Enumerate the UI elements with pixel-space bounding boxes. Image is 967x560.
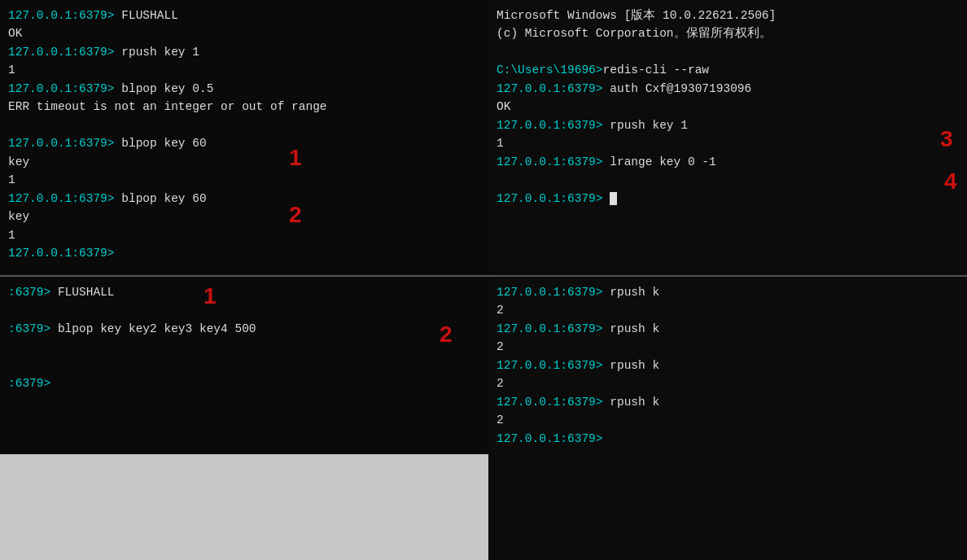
terminal-line: 127.0.0.1:6379> rpush k xyxy=(497,357,959,374)
terminal-line: 2 xyxy=(497,374,959,392)
prompt-text: 127.0.0.1:6379> xyxy=(497,192,610,205)
output-text: key xyxy=(8,155,29,168)
prompt-text: 127.0.0.1:6379> xyxy=(8,192,121,205)
prompt-text: 127.0.0.1:6379> xyxy=(497,119,610,132)
terminal-line: 127.0.0.1:6379> xyxy=(8,244,480,262)
terminal-line: key xyxy=(8,208,480,225)
prompt-text: :6379> xyxy=(8,322,58,335)
prompt-text: 127.0.0.1:6379> xyxy=(8,137,121,150)
terminal-line xyxy=(8,357,480,374)
terminal-line: 127.0.0.1:6379> rpush k xyxy=(497,283,959,301)
output-text: OK xyxy=(8,27,22,40)
terminal-line: 127.0.0.1:6379> lrange key 0 -1 xyxy=(497,153,959,171)
terminal-line: 127.0.0.1:6379> rpush key 1 xyxy=(497,116,959,134)
command-text: rpush k xyxy=(610,286,659,299)
terminal-line: key xyxy=(8,153,480,171)
left-side: 127.0.0.1:6379> FLUSHALLOK127.0.0.1:6379… xyxy=(0,0,488,560)
output-text: 2 xyxy=(497,304,504,317)
prompt-text: C:\Users\19696> xyxy=(497,63,603,77)
windows-title-line1: Microsoft Windows [版本 10.0.22621.2506] xyxy=(497,7,959,24)
terminal-line xyxy=(497,171,959,189)
prompt-text: 127.0.0.1:6379> xyxy=(497,396,610,409)
prompt-text: :6379> xyxy=(8,377,58,390)
cursor xyxy=(610,192,617,205)
terminal-line: 127.0.0.1:6379> auth Cxf@19307193096 xyxy=(497,80,959,98)
prompt-text: 127.0.0.1:6379> xyxy=(497,82,610,95)
prompt-text: :6379> xyxy=(8,286,58,299)
terminal-line: 127.0.0.1:6379> rpush k xyxy=(497,320,959,338)
output-text: key xyxy=(8,210,29,223)
terminal-bottom-left: :6379> FLUSHALL :6379> blpop key key2 ke… xyxy=(0,277,488,560)
prompt-text: 127.0.0.1:6379> xyxy=(497,359,610,372)
prompt-text: 127.0.0.1:6379> xyxy=(8,82,121,95)
scrollbar-track[interactable] xyxy=(0,454,488,560)
terminal-line: ERR timeout is not an integer or out of … xyxy=(8,98,480,116)
prompt-text: 127.0.0.1:6379> xyxy=(497,432,610,445)
terminal-line: C:\Users\19696>redis-cli --raw xyxy=(497,61,959,79)
right-side: Microsoft Windows [版本 10.0.22621.2506](c… xyxy=(488,0,967,560)
terminal-line: 2 xyxy=(497,338,959,356)
output-text: 2 xyxy=(497,377,504,390)
command-text: rpush key 1 xyxy=(610,119,688,132)
terminal-top-right[interactable]: Microsoft Windows [版本 10.0.22621.2506](c… xyxy=(488,0,967,277)
prompt-text: 127.0.0.1:6379> xyxy=(8,46,121,59)
output-text: 1 xyxy=(8,173,15,186)
terminal-line xyxy=(8,116,480,134)
terminal-line: 127.0.0.1:6379> blpop key 60 xyxy=(8,190,480,208)
prompt-text: 127.0.0.1:6379> xyxy=(497,155,610,168)
terminal-bottom-right[interactable]: 127.0.0.1:6379> rpush k2127.0.0.1:6379> … xyxy=(488,277,967,560)
terminal-line: 127.0.0.1:6379> xyxy=(497,430,959,448)
terminal-line: 127.0.0.1:6379> rpush k xyxy=(497,393,959,411)
command-text: lrange key 0 -1 xyxy=(610,155,716,168)
terminal-line: 127.0.0.1:6379> rpush key 1 xyxy=(8,43,480,61)
prompt-text: 127.0.0.1:6379> xyxy=(8,9,121,22)
terminal-line: :6379> blpop key key2 key3 key4 500 xyxy=(8,320,480,338)
terminal-line xyxy=(8,338,480,356)
terminal-line: 127.0.0.1:6379> blpop key 0.5 xyxy=(8,80,480,98)
command-text: rpush k xyxy=(610,396,659,409)
command-text: rpush k xyxy=(610,322,659,335)
command-text: auth Cxf@19307193096 xyxy=(610,82,751,95)
terminal-line: 127.0.0.1:6379> xyxy=(497,190,959,208)
terminal-line: 1 xyxy=(8,171,480,189)
scrollbar-area xyxy=(0,454,488,560)
output-text: ERR timeout is not an integer or out of … xyxy=(8,100,327,113)
prompt-text: 127.0.0.1:6379> xyxy=(8,247,121,260)
command-text: rpush key 1 xyxy=(121,46,199,59)
terminal-line: 1 xyxy=(8,226,480,244)
output-text: 2 xyxy=(497,413,504,427)
terminal-line: 1 xyxy=(497,134,959,152)
terminal-line: 127.0.0.1:6379> FLUSHALL xyxy=(8,7,480,24)
command-text: redis-cli --raw xyxy=(603,63,710,77)
prompt-text: 127.0.0.1:6379> xyxy=(497,286,610,299)
terminal-line: :6379> FLUSHALL xyxy=(8,283,480,301)
terminal-line: OK xyxy=(8,24,480,42)
command-text: rpush k xyxy=(610,359,659,372)
terminal-line: 127.0.0.1:6379> blpop key 60 xyxy=(8,134,480,152)
command-text: blpop key 0.5 xyxy=(121,82,213,95)
command-text: blpop key 60 xyxy=(121,137,206,150)
output-text: 2 xyxy=(497,340,504,353)
output-text: 1 xyxy=(497,137,504,150)
output-text: 1 xyxy=(8,229,15,242)
terminal-line: 2 xyxy=(497,411,959,429)
terminal-line: OK xyxy=(497,98,959,116)
command-text: FLUSHALL xyxy=(121,9,178,22)
command-text: blpop key 60 xyxy=(121,192,206,205)
terminal-line: 2 xyxy=(497,301,959,319)
terminal-line xyxy=(497,43,959,61)
terminal-top-left[interactable]: 127.0.0.1:6379> FLUSHALLOK127.0.0.1:6379… xyxy=(0,0,488,277)
output-text: OK xyxy=(497,100,510,113)
command-text: blpop key key2 key3 key4 500 xyxy=(58,322,256,335)
output-text: 1 xyxy=(8,63,15,77)
terminal-line: :6379> xyxy=(8,374,480,392)
terminal-line: 1 xyxy=(8,61,480,79)
command-text: FLUSHALL xyxy=(58,286,115,299)
terminal-bottom-left-content[interactable]: :6379> FLUSHALL :6379> blpop key key2 ke… xyxy=(0,277,488,454)
prompt-text: 127.0.0.1:6379> xyxy=(497,322,610,335)
windows-title-line2: (c) Microsoft Corporation。保留所有权利。 xyxy=(497,24,959,42)
terminal-line xyxy=(8,301,480,319)
